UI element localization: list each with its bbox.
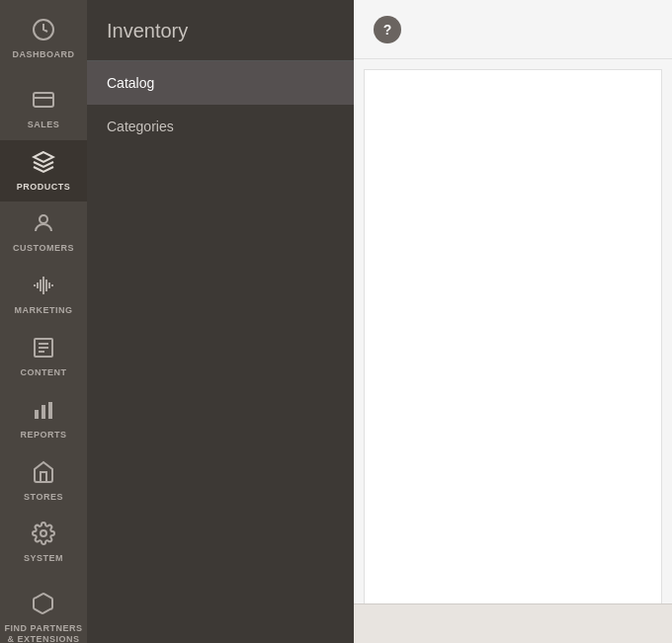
svg-rect-6 [48,402,52,419]
stores-icon [32,460,55,488]
svg-point-7 [41,530,46,536]
dashboard-icon [32,18,55,45]
bottom-bar [354,603,672,643]
sidebar-item-dashboard-label: DASHBOARD [13,49,75,60]
sidebar-item-content-label: CONTENT [21,367,67,378]
sidebar-item-sales-label: SALES [28,120,60,130]
main-content: ? [354,0,672,643]
sidebar-item-find-partners-label: FIND PARTNERS & EXTENSIONS [5,623,83,643]
svg-point-2 [40,215,47,223]
sidebar-item-products-label: PRODUCTS [17,182,71,193]
sidebar-item-marketing-label: MARKETING [15,305,73,316]
sidebar-item-customers-label: CUSTOMERS [13,243,74,254]
sidebar-item-stores[interactable]: STORES [0,450,87,513]
sidebar-item-find-partners[interactable]: FIND PARTNERS & EXTENSIONS [0,582,87,643]
main-header: ? [354,0,672,59]
sidebar-item-sales[interactable]: SALES [0,78,87,140]
customers-icon [32,211,55,239]
sidebar-item-reports[interactable]: REPORTS [0,388,87,450]
svg-rect-4 [35,410,39,419]
help-icon[interactable]: ? [374,16,401,43]
sidebar-item-system[interactable]: SYSTEM [0,512,87,574]
svg-rect-1 [34,93,53,107]
sidebar-item-content[interactable]: CONTENT [0,326,87,388]
sidebar-item-reports-label: REPORTS [20,430,66,441]
sidebar-item-stores-label: STORES [24,492,63,503]
marketing-icon [32,274,55,301]
sidebar: DASHBOARD SALES PRODUCTS CUSTOMERS MARKE… [0,0,87,643]
main-body [364,69,662,633]
reports-icon [32,398,55,426]
sales-icon [32,88,55,116]
submenu-panel: Inventory Catalog Categories [87,0,354,643]
sidebar-item-marketing[interactable]: MARKETING [0,264,87,326]
content-icon [32,336,55,363]
system-icon [32,522,55,549]
sidebar-item-products[interactable]: PRODUCTS [0,140,87,202]
sidebar-item-customers[interactable]: CUSTOMERS [0,201,87,264]
submenu-item-categories[interactable]: Categories [87,105,354,148]
sidebar-item-system-label: SYSTEM [24,553,63,564]
find-partners-icon [32,592,55,619]
products-icon [32,150,55,178]
svg-rect-5 [42,405,45,419]
sidebar-item-dashboard[interactable]: DASHBOARD [0,8,87,70]
submenu-item-catalog[interactable]: Catalog [87,61,354,105]
submenu-title: Inventory [87,0,354,61]
